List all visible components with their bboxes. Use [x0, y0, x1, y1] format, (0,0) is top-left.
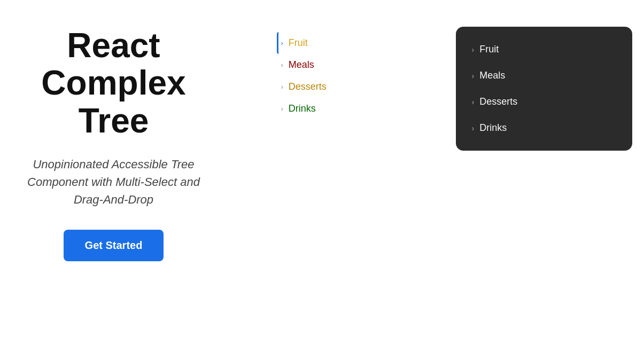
dark-tree-item-label: Fruit	[479, 44, 499, 55]
chevron-icon: ›	[281, 105, 283, 113]
chevron-icon: ›	[281, 39, 283, 47]
dark-tree-item-label: Drinks	[479, 122, 507, 134]
dark-tree-item-label: Meals	[479, 70, 505, 81]
left-section: React Complex Tree Unopinionated Accessi…	[12, 21, 215, 261]
dark-tree-list: ›Fruit›Meals›Desserts›Drinks	[467, 36, 622, 141]
tree-item-meals[interactable]: ›Meals	[277, 54, 394, 76]
chevron-icon: ›	[472, 124, 475, 132]
tree-item-fruit[interactable]: ›Fruit	[277, 32, 394, 54]
tree-item-drinks[interactable]: ›Drinks	[277, 98, 394, 120]
chevron-icon: ›	[472, 72, 475, 80]
dark-tree-panel: ›Fruit›Meals›Desserts›Drinks	[456, 27, 632, 151]
chevron-icon: ›	[281, 61, 283, 69]
subtitle: Unopinionated Accessible Tree Component …	[23, 155, 205, 208]
middle-tree-section: ›Fruit›Meals›Desserts›Drinks	[277, 21, 394, 120]
dark-tree-item-drinks[interactable]: ›Drinks	[467, 115, 622, 141]
tree-item-label: Fruit	[289, 37, 308, 49]
tree-item-label: Drinks	[289, 103, 316, 114]
middle-tree-list: ›Fruit›Meals›Desserts›Drinks	[277, 32, 394, 120]
tree-item-label: Desserts	[289, 81, 327, 92]
chevron-icon: ›	[472, 98, 475, 106]
main-title: React Complex Tree	[41, 27, 185, 139]
tree-item-label: Meals	[289, 59, 314, 71]
chevron-icon: ›	[472, 45, 475, 54]
dark-tree-item-fruit[interactable]: ›Fruit	[467, 36, 622, 63]
dark-tree-item-meals[interactable]: ›Meals	[467, 63, 622, 89]
get-started-button[interactable]: Get Started	[64, 230, 164, 261]
dark-tree-item-desserts[interactable]: ›Desserts	[467, 89, 622, 115]
page-wrapper: React Complex Tree Unopinionated Accessi…	[12, 21, 632, 261]
chevron-icon: ›	[281, 83, 283, 91]
dark-tree-item-label: Desserts	[479, 96, 517, 107]
tree-item-desserts[interactable]: ›Desserts	[277, 76, 394, 98]
